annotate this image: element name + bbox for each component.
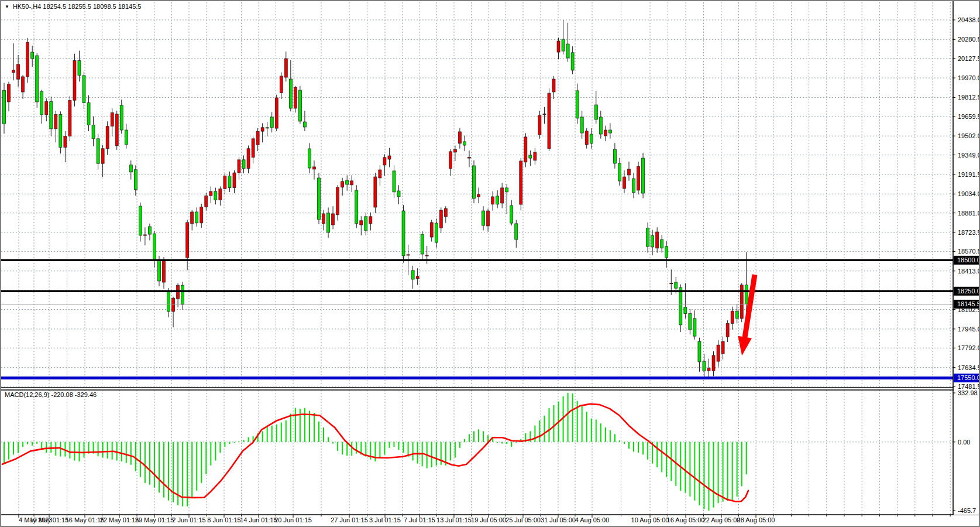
macd-histogram-bar <box>628 442 630 449</box>
price-scale-label: 17945.0 <box>958 326 980 333</box>
macd-histogram-bar <box>666 442 667 477</box>
down-candle <box>153 234 156 261</box>
price-scale-label: 20280.5 <box>958 36 980 43</box>
down-candle <box>411 271 414 279</box>
sell-arrow[interactable] <box>735 273 762 357</box>
up-candle <box>467 158 470 158</box>
date-label: 16 Aug 05:00 <box>667 516 705 523</box>
date-label: 22 May 01:15 <box>100 516 139 523</box>
macd-histogram-bar <box>638 442 639 453</box>
up-candle <box>341 182 344 187</box>
macd-histogram-bar <box>229 442 230 444</box>
down-candle <box>59 115 62 148</box>
macd-histogram-bar <box>506 442 507 444</box>
macd-histogram-bar <box>398 442 400 450</box>
date-label: 7 Jul 01:15 <box>404 516 435 523</box>
date-label: 25 Jul 05:00 <box>506 516 541 523</box>
up-candle <box>388 156 391 159</box>
candlestick-chart[interactable]: 20438.020280.520127.519970.019812.519659… <box>1 1 980 527</box>
macd-histogram-bar <box>130 442 132 465</box>
down-candle <box>679 288 682 325</box>
down-candle <box>120 105 123 130</box>
macd-histogram-bar <box>596 420 597 442</box>
macd-pane[interactable] <box>2 393 748 511</box>
chart-window: 20438.020280.520127.519970.019812.519659… <box>0 0 980 527</box>
down-candle <box>675 282 678 288</box>
price-scale[interactable]: 20438.020280.520127.519970.019812.519659… <box>953 1 980 515</box>
up-candle <box>623 177 625 189</box>
macd-histogram-bar <box>417 442 418 464</box>
macd-indicator-label: MACD(12,26,9) -220.08 -329.46 <box>5 391 97 398</box>
macd-histogram-bar <box>107 442 108 458</box>
up-candle <box>379 170 381 178</box>
macd-histogram-bar <box>337 442 338 451</box>
up-candle <box>252 139 255 158</box>
macd-histogram-bar <box>243 440 245 442</box>
up-candle <box>627 169 630 175</box>
time-scale[interactable]: 4 May 202310 May 01:1516 May 01:1522 May… <box>19 515 950 523</box>
down-candle <box>78 60 81 75</box>
down-candle <box>599 117 602 134</box>
macd-histogram-bar <box>534 426 535 442</box>
macd-histogram-bar <box>388 442 390 448</box>
up-candle <box>336 187 339 215</box>
date-label: 22 Aug 05:00 <box>703 516 741 523</box>
up-candle <box>491 197 494 204</box>
macd-histogram-bar <box>478 429 479 442</box>
up-candle <box>275 98 278 128</box>
macd-histogram-bar <box>600 423 601 442</box>
macd-histogram-bar <box>412 442 414 461</box>
macd-histogram-bar <box>455 442 456 458</box>
macd-histogram-bar <box>732 442 733 501</box>
up-candle <box>656 232 659 248</box>
macd-histogram-bar <box>610 430 611 442</box>
symbol-dropdown-icon[interactable]: ▼ <box>5 4 9 9</box>
down-candle <box>129 165 132 172</box>
up-candle <box>238 160 240 173</box>
up-candle <box>543 114 546 114</box>
hline-objects[interactable] <box>1 260 953 378</box>
macd-histogram-bar <box>74 442 75 461</box>
macd-histogram-bar <box>309 410 310 442</box>
up-candle <box>557 41 560 52</box>
macd-histogram-bar <box>553 405 555 442</box>
macd-histogram-bar <box>286 420 287 442</box>
up-candle <box>383 158 386 165</box>
macd-histogram-bar <box>27 442 28 444</box>
up-candle <box>247 149 250 169</box>
down-candle <box>594 105 597 119</box>
down-candle <box>355 190 358 224</box>
macd-histogram-bar <box>32 442 33 446</box>
up-candle <box>458 132 461 143</box>
macd-histogram-bar <box>205 442 207 474</box>
up-candle <box>143 235 146 235</box>
price-scale-label: 18723.5 <box>958 229 980 236</box>
price-scale-label: 19349.0 <box>958 152 980 159</box>
up-candle <box>350 181 353 185</box>
macd-histogram-bar <box>126 442 127 463</box>
price-scale-label: 19812.5 <box>958 94 980 101</box>
up-candle <box>186 223 189 258</box>
price-scale-label: 19659.5 <box>958 113 980 120</box>
macd-histogram-bar <box>619 440 620 442</box>
up-candle <box>430 223 433 237</box>
down-candle <box>87 102 90 125</box>
date-label: 8 Jun 01:15 <box>207 516 241 523</box>
price-scale-label: 20438.0 <box>958 16 980 23</box>
down-candle <box>421 234 424 254</box>
down-candle <box>167 291 170 312</box>
up-candle <box>280 76 283 93</box>
macd-histogram-bar <box>403 442 404 453</box>
up-candle <box>233 173 236 187</box>
up-candle <box>585 131 588 145</box>
macd-histogram-bar <box>314 413 315 442</box>
macd-histogram-bar <box>689 442 690 497</box>
price-scale-label: 17792.0 <box>958 344 980 351</box>
macd-histogram-bar <box>159 442 160 493</box>
down-candle <box>298 90 301 121</box>
date-label: 4 Aug 05:00 <box>575 516 610 523</box>
macd-histogram-bar <box>328 437 329 442</box>
price-scale-label: 18570.5 <box>958 248 980 255</box>
macd-histogram-bar <box>8 442 9 460</box>
macd-histogram-bar <box>572 393 573 442</box>
